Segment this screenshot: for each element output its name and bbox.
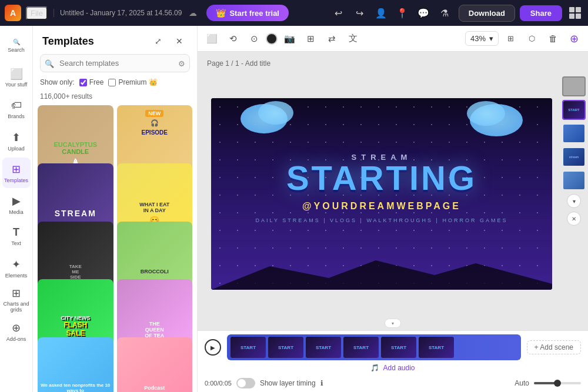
strip-close-button[interactable]: ✕ xyxy=(567,212,581,226)
sidebar: 🔍 Search ⬜ Your stuff 🏷 Brands ⬆ Upload … xyxy=(0,26,33,392)
info-icon[interactable]: ℹ xyxy=(320,379,323,387)
thumbnail-item[interactable] xyxy=(562,170,586,190)
thumbnail-item[interactable]: stream xyxy=(562,147,586,167)
redo-button[interactable]: ↪ xyxy=(350,4,369,22)
sidebar-item-your-stuff[interactable]: ⬜ Your stuff xyxy=(2,62,31,93)
grid-view-button[interactable]: ⊞ xyxy=(501,29,520,48)
timeline-thumb: START xyxy=(230,337,266,358)
top-bar-icons: ↩ ↪ 👤 📍 💬 ⚗ xyxy=(329,4,454,22)
upload-icon: ⬆ xyxy=(12,131,21,144)
premium-checkbox[interactable] xyxy=(108,79,116,86)
panel-title: Templates xyxy=(42,35,94,48)
layer-timing-toggle[interactable] xyxy=(236,378,255,388)
user-icon[interactable]: 👤 xyxy=(372,4,390,22)
templates-icon: ⊞ xyxy=(12,163,21,176)
expand-panel-button[interactable]: ⤢ xyxy=(150,33,166,49)
sidebar-item-text[interactable]: T Text xyxy=(2,221,31,252)
canvas-frame[interactable]: STREAM STARTING @YOURDREAMWEBPAGE DAILY … xyxy=(211,98,552,290)
results-count: 116,000+ results xyxy=(33,91,197,105)
timeline-thumb: START xyxy=(343,337,379,358)
thumbnail-strip: START stream ▾ ✕ xyxy=(560,72,588,316)
tagline-text: DAILY STREAMS | VLOGS | WALKTHROUGHS | H… xyxy=(256,217,508,223)
filter-button[interactable]: ⚙ xyxy=(178,59,185,68)
main-layout: 🔍 Search ⬜ Your stuff 🏷 Brands ⬆ Upload … xyxy=(0,26,588,392)
flask-icon[interactable]: ⚗ xyxy=(435,4,454,22)
search-icon-left: 🔍 xyxy=(45,59,54,68)
delete-button[interactable]: 🗑 xyxy=(543,29,562,48)
premium-filter-label[interactable]: Premium 👑 xyxy=(108,78,158,86)
canvas-wrapper: STREAM STARTING @YOURDREAMWEBPAGE DAILY … xyxy=(198,72,588,316)
mountain-bg xyxy=(211,254,552,290)
collapse-timeline-button[interactable]: ▾ xyxy=(385,319,401,328)
play-button[interactable]: ▶ xyxy=(205,339,221,356)
sidebar-item-templates[interactable]: ⊞ Templates xyxy=(2,158,31,188)
app-logo[interactable]: A xyxy=(5,5,21,21)
location-icon[interactable]: 📍 xyxy=(393,4,412,22)
add-audio-button[interactable]: 🎵 Add audio xyxy=(370,364,415,372)
sidebar-item-addons[interactable]: ⊕ Add-ons xyxy=(2,316,31,347)
sidebar-item-upload[interactable]: ⬆ Upload xyxy=(2,126,31,156)
cloud-right-2 xyxy=(467,101,505,126)
canvas-content: STREAM STARTING @YOURDREAMWEBPAGE DAILY … xyxy=(211,98,552,290)
starting-title: STARTING xyxy=(286,163,477,193)
translate-button[interactable]: 文 xyxy=(343,29,362,48)
timeline-area: ▶ START START START START xyxy=(198,330,588,392)
undo-button[interactable]: ↩ xyxy=(329,4,348,22)
sidebar-item-charts[interactable]: ⊞ Charts and grids xyxy=(2,284,31,315)
secondary-toolbar: ⬜ ⟲ ⊙ 📷 ⊞ ⇄ 文 43% ▾ ⊞ ⬡ 🗑 ⊕ xyxy=(198,26,588,52)
canvas-area: ⬜ ⟲ ⊙ 📷 ⊞ ⇄ 文 43% ▾ ⊞ ⬡ 🗑 ⊕ Page 1 / 1 -… xyxy=(198,26,588,392)
sidebar-item-media[interactable]: ▶ Media xyxy=(2,189,31,220)
color-picker[interactable] xyxy=(266,33,278,45)
timeline-track: START START START START START xyxy=(227,334,521,360)
thumbnail-item[interactable]: START xyxy=(562,100,586,120)
thumbnail-item[interactable] xyxy=(562,76,586,96)
transform-button[interactable]: ⟲ xyxy=(223,29,242,48)
svg-marker-0 xyxy=(211,260,552,290)
templates-grid: EUCALYPTUS CANDLE 🕯 NEW 🎧 EPISODE ▶ xyxy=(33,105,197,392)
elements-icon: ✦ xyxy=(12,258,21,271)
free-filter-label[interactable]: Free xyxy=(79,78,104,86)
cloud-left-2 xyxy=(258,101,293,125)
top-bar: A File Untitled - January 17, 2025 at 14… xyxy=(0,0,588,26)
layout-button[interactable]: ⊞ xyxy=(301,29,320,48)
instagram-button[interactable]: 📷 xyxy=(280,29,299,48)
start-trial-button[interactable]: 👑 Start free trial xyxy=(206,5,289,21)
sidebar-item-elements[interactable]: ✦ Elements xyxy=(2,253,31,283)
speed-slider[interactable] xyxy=(534,382,581,384)
search-icon: 🔍 xyxy=(13,39,20,45)
close-panel-button[interactable]: ✕ xyxy=(171,33,188,49)
timeline-thumb: START xyxy=(381,337,416,358)
text-icon: T xyxy=(13,226,19,239)
file-menu[interactable]: File xyxy=(26,6,48,20)
zoom-control[interactable]: 43% ▾ xyxy=(465,31,499,46)
thumbnail-item[interactable] xyxy=(562,123,586,143)
mirror-button[interactable]: ⇄ xyxy=(322,29,341,48)
share-button[interactable]: Share xyxy=(520,5,562,21)
apps-grid-button[interactable] xyxy=(567,5,583,21)
comment-icon[interactable]: 💬 xyxy=(414,4,433,22)
template-item[interactable]: We asked ten nonprofits the 10 ways to xyxy=(38,337,113,392)
add-scene-button[interactable]: + Add scene xyxy=(527,340,581,354)
free-checkbox[interactable] xyxy=(79,79,87,86)
addons-icon: ⊕ xyxy=(12,321,21,334)
your-stuff-icon: ⬜ xyxy=(10,68,23,81)
sidebar-item-search[interactable]: 🔍 Search xyxy=(2,31,31,61)
layer-timing-label: Show layer timing xyxy=(260,379,316,387)
arrange-button[interactable]: ⊙ xyxy=(245,29,263,48)
add-button[interactable]: ⊕ xyxy=(564,29,583,48)
crown-icon: 👑 xyxy=(216,8,226,18)
present-button[interactable]: ⬡ xyxy=(522,29,541,48)
template-item[interactable]: Podcast ▶ xyxy=(117,337,193,392)
time-display: 0:00/0:05 xyxy=(205,380,232,387)
strip-down-button[interactable]: ▾ xyxy=(567,194,581,208)
timeline-clip[interactable]: START START START START START xyxy=(227,334,521,360)
sidebar-item-brands[interactable]: 🏷 Brands xyxy=(2,94,31,125)
brands-icon: 🏷 xyxy=(11,99,22,112)
search-input[interactable] xyxy=(40,54,190,72)
crop-button[interactable]: ⬜ xyxy=(202,29,221,48)
timeline-thumb: START xyxy=(306,337,341,358)
download-button[interactable]: Download xyxy=(459,5,515,22)
templates-panel: Templates ⤢ ✕ 🔍 ⚙ Show only: Free Premiu… xyxy=(33,26,198,392)
timeline-collapse: ▾ xyxy=(198,316,588,330)
toggle-knob xyxy=(238,379,246,387)
